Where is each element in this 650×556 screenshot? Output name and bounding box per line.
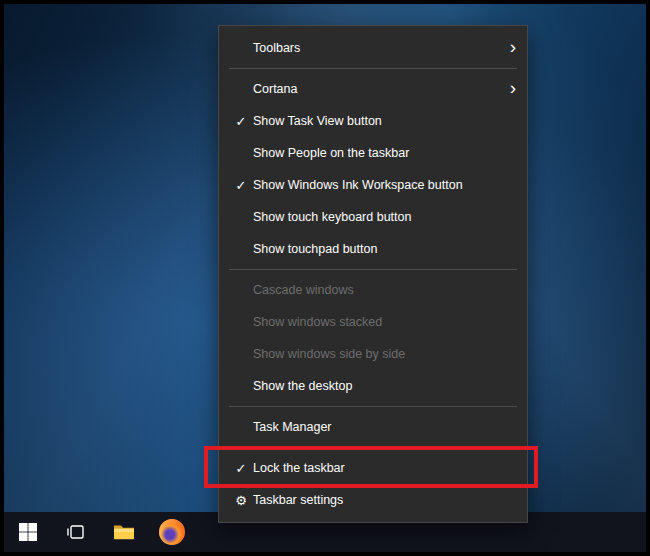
menu-item-lock-the-taskbar[interactable]: ✓Lock the taskbar [219,452,527,484]
menu-item-label: Show windows stacked [253,315,499,329]
firefox-button[interactable] [148,512,196,552]
checkmark-icon: ✓ [229,115,253,128]
arrow-spacer [499,289,527,292]
gear-icon: ⚙ [229,494,253,507]
menu-item-taskbar-settings[interactable]: ⚙Taskbar settings [219,484,527,516]
arrow-spacer [499,467,527,470]
menu-item-show-task-view-button[interactable]: ✓Show Task View button [219,105,527,137]
arrow-spacer [499,120,527,123]
menu-item-label: Show Windows Ink Workspace button [253,178,499,192]
start-button[interactable] [4,512,52,552]
arrow-spacer [499,152,527,155]
menu-item-label: Cascade windows [253,283,499,297]
menu-item-cascade-windows: Cascade windows [219,274,527,306]
menu-separator [229,406,517,407]
submenu-arrow-icon: › [499,37,527,59]
file-explorer-button[interactable] [100,512,148,552]
menu-item-label: Show touch keyboard button [253,210,499,224]
task-view-icon [65,521,87,543]
menu-item-task-manager[interactable]: Task Manager [219,411,527,443]
menu-item-label: Toolbars [253,41,499,55]
windows-logo-icon [18,522,38,542]
menu-item-show-windows-side-by-side: Show windows side by side [219,338,527,370]
menu-separator [229,447,517,448]
checkmark-icon: ✓ [229,179,253,192]
firefox-icon [159,519,185,545]
menu-item-cortana[interactable]: Cortana› [219,73,527,105]
arrow-spacer [499,385,527,388]
menu-item-show-windows-ink-workspace-button[interactable]: ✓Show Windows Ink Workspace button [219,169,527,201]
menu-item-label: Lock the taskbar [253,461,499,475]
menu-item-label: Show Task View button [253,114,499,128]
menu-item-label: Task Manager [253,420,499,434]
menu-item-label: Taskbar settings [253,493,499,507]
arrow-spacer [499,321,527,324]
menu-item-label: Cortana [253,82,499,96]
task-view-button[interactable] [52,512,100,552]
submenu-arrow-icon: › [499,78,527,100]
arrow-spacer [499,499,527,502]
menu-item-show-windows-stacked: Show windows stacked [219,306,527,338]
menu-item-toolbars[interactable]: Toolbars› [219,32,527,64]
menu-item-show-touch-keyboard-button[interactable]: Show touch keyboard button [219,201,527,233]
arrow-spacer [499,353,527,356]
arrow-spacer [499,184,527,187]
menu-separator [229,68,517,69]
menu-item-label: Show People on the taskbar [253,146,499,160]
menu-item-show-touchpad-button[interactable]: Show touchpad button [219,233,527,265]
arrow-spacer [499,248,527,251]
folder-icon [112,521,136,543]
menu-item-show-people-on-the-taskbar[interactable]: Show People on the taskbar [219,137,527,169]
menu-item-label: Show the desktop [253,379,499,393]
menu-item-label: Show windows side by side [253,347,499,361]
checkmark-icon: ✓ [229,462,253,475]
taskbar-context-menu: Toolbars›Cortana›✓Show Task View buttonS… [218,25,528,523]
arrow-spacer [499,216,527,219]
menu-item-label: Show touchpad button [253,242,499,256]
menu-item-show-the-desktop[interactable]: Show the desktop [219,370,527,402]
arrow-spacer [499,426,527,429]
menu-separator [229,269,517,270]
